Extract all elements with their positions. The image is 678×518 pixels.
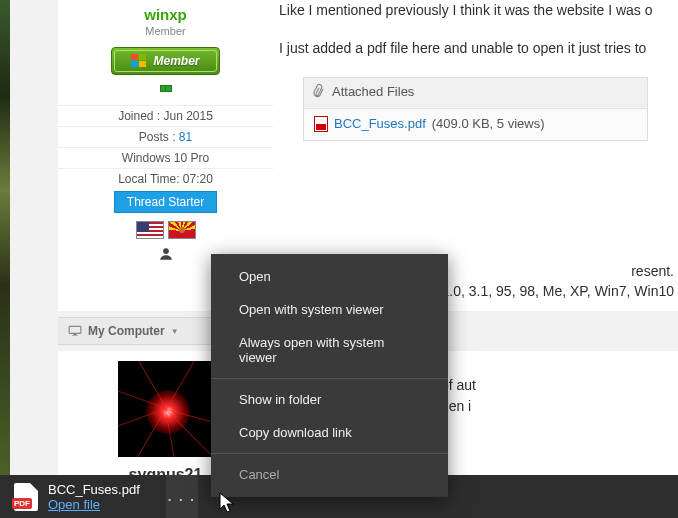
- localtime-line: Local Time: 07:20: [58, 168, 273, 189]
- ctx-cancel[interactable]: Cancel: [211, 458, 448, 491]
- user-flags: [58, 221, 273, 239]
- attachment-link[interactable]: BCC_Fuses.pdf: [334, 115, 426, 134]
- monitor-icon: [68, 325, 82, 337]
- download-context-menu: Open Open with system viewer Always open…: [211, 254, 448, 497]
- ctx-always-open-system-viewer[interactable]: Always open with system viewer: [211, 326, 448, 374]
- member-badge-label: Member: [153, 54, 199, 68]
- download-filename: BCC_Fuses.pdf: [48, 482, 140, 497]
- post-text-line: I just added a pdf file here and unable …: [279, 38, 678, 58]
- posts-label: Posts :: [139, 130, 179, 144]
- pdf-file-icon: [14, 483, 38, 511]
- posts-count-link[interactable]: 81: [179, 130, 192, 144]
- attachments-title: Attached Files: [332, 83, 414, 102]
- chevron-down-icon: ▼: [171, 327, 179, 336]
- svg-rect-5: [69, 327, 81, 334]
- thread-starter-badge: Thread Starter: [114, 191, 217, 213]
- username-link[interactable]: winxp: [58, 6, 273, 23]
- open-file-link[interactable]: Open file: [48, 497, 140, 512]
- ctx-separator: [211, 378, 448, 379]
- reputation-dots: [58, 81, 273, 95]
- ctx-open[interactable]: Open: [211, 260, 448, 293]
- svg-rect-0: [131, 54, 138, 60]
- download-item[interactable]: BCC_Fuses.pdf Open file: [0, 475, 154, 518]
- attachment-meta: (409.0 KB, 5 views): [432, 115, 545, 134]
- svg-rect-2: [131, 61, 138, 67]
- member-badge: Member: [111, 47, 219, 75]
- my-computer-label: My Computer: [88, 324, 165, 338]
- download-more-button[interactable]: . . .: [166, 475, 198, 518]
- paperclip-icon: [309, 81, 329, 105]
- windows-logo-icon: [131, 54, 147, 68]
- more-dots-icon: . . .: [168, 489, 196, 504]
- flag-arizona-icon: [168, 221, 196, 239]
- svg-point-4: [163, 248, 169, 254]
- svg-rect-6: [73, 334, 77, 335]
- os-line: Windows 10 Pro: [58, 147, 273, 168]
- avatar[interactable]: [118, 361, 214, 457]
- svg-rect-3: [139, 61, 146, 67]
- svg-rect-7: [72, 335, 78, 336]
- ctx-separator: [211, 453, 448, 454]
- post-text-line: Like I mentioned previously I think it w…: [279, 0, 678, 20]
- ctx-open-system-viewer[interactable]: Open with system viewer: [211, 293, 448, 326]
- svg-rect-1: [139, 54, 146, 60]
- ctx-copy-download-link[interactable]: Copy download link: [211, 416, 448, 449]
- mouse-cursor-icon: [219, 492, 235, 514]
- attachments-box: Attached Files BCC_Fuses.pdf (409.0 KB, …: [303, 77, 648, 141]
- desktop-background-sliver: [0, 0, 10, 475]
- posts-line: Posts : 81: [58, 126, 273, 147]
- attachments-header: Attached Files: [304, 78, 647, 109]
- user-role: Member: [58, 25, 273, 37]
- ctx-show-in-folder[interactable]: Show in folder: [211, 383, 448, 416]
- flag-us-icon: [136, 221, 164, 239]
- pdf-file-icon: [314, 116, 328, 132]
- joined-line: Joined : Jun 2015: [58, 105, 273, 126]
